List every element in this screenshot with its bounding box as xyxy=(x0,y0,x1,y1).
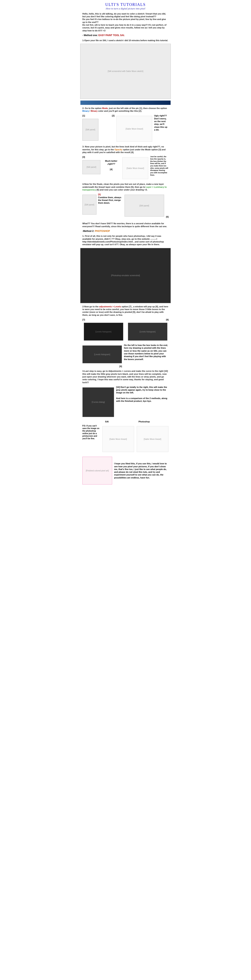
dont-total-note: Don't go totally to the right, this will… xyxy=(116,386,167,394)
careful-note: Just be careful, the less the opacity is… xyxy=(150,156,169,176)
comparison-note: And here is a comparison of the 2 method… xyxy=(116,397,167,402)
m2-step2: 2-Now go to the adjustments > Levels opt… xyxy=(82,305,169,317)
combine-note: Combine them, always the lineart first, … xyxy=(98,196,122,204)
ugly-note: Ugly right?? Don't worry, on the next st… xyxy=(154,114,169,131)
curves-dialog: [Curves dialog] xyxy=(82,387,114,417)
transition-text: What?? You don't have SAI?? No worries, … xyxy=(82,222,169,228)
label-1: [1] xyxy=(82,114,98,117)
sai-label: SAI xyxy=(92,420,122,423)
tutorial-document: ULTI'S TUTORIALS How to turn a digital p… xyxy=(75,0,176,490)
sai-comparison-sketch: [Sailor Moon lineart] xyxy=(102,426,134,452)
sai-screenshot-main: [SAI screenshot with Sailor Moon sketch] xyxy=(80,44,171,99)
m2-step3: 3-Last step is easy, go to Adjustments >… xyxy=(82,370,169,383)
levels-row2: [Levels histogram] [9] On the left is ho… xyxy=(82,344,169,368)
levels-dialog: [Levels histogram] xyxy=(128,323,168,340)
m2-step1: 1- First of all, this is not only for pe… xyxy=(82,235,169,246)
intro-p3: Do not fret, ulti is here to teach you h… xyxy=(82,24,166,32)
binary-result-sketch: [Sailor Moon lineart] xyxy=(117,116,152,142)
m1-step2: 2- Go to the option Mode, just on the le… xyxy=(82,107,169,113)
windows-taskbar xyxy=(80,100,171,105)
comparison-row: P.S: If you can't save the image on the … xyxy=(82,425,169,453)
ps-comparison-sketch: [Sailor Moon lineart] xyxy=(137,426,168,452)
label-2: [2] xyxy=(112,115,115,117)
sai-mode-panel: [SAI panel] xyxy=(82,119,98,141)
m1-step1: 1-Open your file on SAI, i used a sketch… xyxy=(82,39,169,42)
intro-p2: Do you feel it's too tedious to re-do th… xyxy=(82,18,166,23)
label-5: [5] xyxy=(98,193,101,196)
step2-row: [1] [SAI panel] [2] [Sailor Moon lineart… xyxy=(82,114,169,143)
ps-label: Photoshop xyxy=(129,420,159,423)
adjustments-menu: [Levels histogram] xyxy=(84,323,123,340)
subtitle: How to turn a digital picture into pixel xyxy=(77,7,174,10)
method1-tool: EASY PAINT TOOL SAI. xyxy=(98,34,125,37)
intro-block: Hello, hello, this is ulti talking, do y… xyxy=(82,12,169,32)
method2-tool: PHOTOSHOP xyxy=(95,230,110,232)
method2-heading: -Method 2: PHOTOSHOP xyxy=(82,230,169,233)
onleft-note: On the left is how the box looks in the … xyxy=(124,344,169,361)
label-8: [8] xyxy=(126,318,169,321)
better-note: Much better ,right?? [4] xyxy=(102,156,120,171)
main-title: ULTI'S TUTORIALS xyxy=(77,2,174,7)
method1-heading: - Method one: EASY PAINT TOOL SAI. xyxy=(82,34,169,37)
levels-row1: [7] [Levels histogram] [8] [Levels histo… xyxy=(82,318,169,342)
sai-menu-luminacy: [SAI panel] xyxy=(125,195,164,216)
label-10: [10] xyxy=(116,386,120,388)
outro-row: [Finished colored pixel art] I hope you … xyxy=(82,455,169,486)
opacity-result-sketch: [Sailor Moon lineart] xyxy=(122,157,148,179)
outro-text: I hope you liked this, if you use this, … xyxy=(114,462,169,479)
label-3: [3] xyxy=(82,156,100,158)
finished-colored-art: [Finished colored pixel art] xyxy=(82,457,112,485)
step4-row: [SAI panel] [5] Combine them, always the… xyxy=(82,193,169,218)
m1-step4: 4-Now for the finale, clean the pixels y… xyxy=(82,183,169,191)
step3-row: [3] [SAI panel] Much better ,right?? [4]… xyxy=(82,156,169,181)
sai-opacity-panel: [SAI panel] xyxy=(82,160,101,174)
intro-p1: Hello, hello, this is ulti talking, do y… xyxy=(82,13,166,18)
curves-row: [Curves dialog] [10] Don't go totally to… xyxy=(82,386,169,418)
label-9: [9] xyxy=(82,365,122,368)
photoshop-screenshot-main: [Photoshop emulator screenshot] xyxy=(80,248,171,303)
m1-step3: 3- Now your picture is pixel, but the li… xyxy=(82,145,169,154)
label-7: [7] xyxy=(82,318,125,321)
sai-layers-panel: [SAI panel] xyxy=(82,195,96,215)
ps-save-note: P.S: If you can't save the image on the … xyxy=(82,425,100,440)
label-6: [6] xyxy=(166,216,169,218)
levels-result: [Levels histogram] xyxy=(82,345,122,363)
comparison-labels: SAI Photoshop xyxy=(82,420,169,423)
